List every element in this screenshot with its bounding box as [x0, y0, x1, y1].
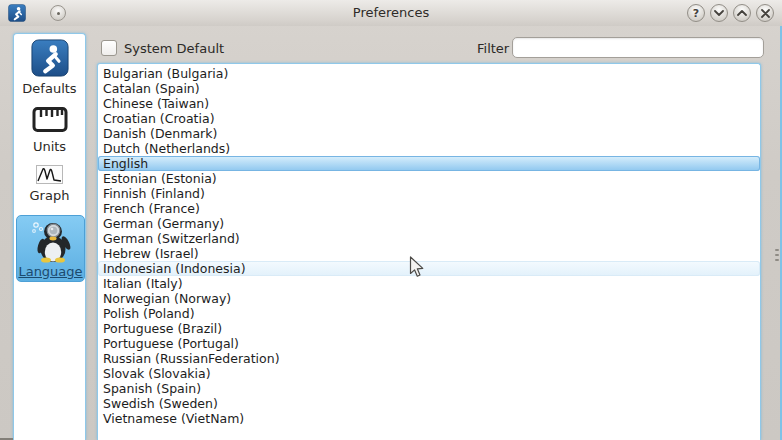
sidebar: Defaults Units Graph: [13, 33, 86, 440]
language-list-item[interactable]: English: [98, 156, 760, 171]
system-default-checkbox[interactable]: [101, 40, 117, 56]
language-list-item[interactable]: Spanish (Spain): [98, 381, 760, 396]
language-list[interactable]: Bulgarian (Bulgaria)Catalan (Spain)Chine…: [97, 63, 761, 440]
language-list-item[interactable]: German (Switzerland): [98, 231, 760, 246]
language-list-item[interactable]: Swedish (Sweden): [98, 396, 760, 411]
language-list-item[interactable]: Finnish (Finland): [98, 186, 760, 201]
help-button[interactable]: ?: [687, 4, 705, 22]
window-title: Preferences: [0, 0, 782, 26]
diver-icon: [31, 39, 69, 77]
sidebar-item-label: Defaults: [22, 81, 76, 96]
language-list-item[interactable]: Bulgarian (Bulgaria): [98, 66, 760, 81]
language-list-item[interactable]: Indonesian (Indonesia): [98, 261, 760, 276]
shade-button[interactable]: [710, 4, 728, 22]
sidebar-item-label: Units: [33, 139, 66, 154]
sidebar-item-language[interactable]: Language: [16, 215, 85, 282]
sidebar-item-graph[interactable]: Graph: [14, 165, 85, 203]
language-list-item[interactable]: Polish (Poland): [98, 306, 760, 321]
filter-label: Filter: [477, 41, 509, 56]
titlebar: Preferences ?: [0, 0, 782, 26]
penguin-icon: [29, 219, 73, 263]
graph-icon: [36, 165, 63, 184]
filter-input[interactable]: [512, 37, 764, 58]
language-list-item[interactable]: Vietnamese (VietNam): [98, 411, 760, 426]
close-button[interactable]: [756, 4, 774, 22]
language-list-item[interactable]: Slovak (Slovakia): [98, 366, 760, 381]
close-icon: [761, 9, 770, 18]
language-list-item[interactable]: Hebrew (Israel): [98, 246, 760, 261]
language-list-item[interactable]: Danish (Denmark): [98, 126, 760, 141]
language-list-item[interactable]: Catalan (Spain): [98, 81, 760, 96]
sidebar-item-units[interactable]: Units: [14, 106, 85, 154]
system-default-label: System Default: [124, 41, 224, 56]
language-list-item[interactable]: Portuguese (Brazil): [98, 321, 760, 336]
language-list-item[interactable]: French (France): [98, 201, 760, 216]
maximize-button[interactable]: [733, 4, 751, 22]
language-list-item[interactable]: Chinese (Taiwan): [98, 96, 760, 111]
sidebar-item-defaults[interactable]: Defaults: [14, 39, 85, 96]
question-mark-icon: ?: [693, 7, 699, 20]
sidebar-item-label: Graph: [30, 188, 70, 203]
titlebar-buttons: ?: [687, 4, 774, 22]
language-list-item[interactable]: Russian (RussianFederation): [98, 351, 760, 366]
language-list-item[interactable]: Croatian (Croatia): [98, 111, 760, 126]
language-list-item[interactable]: Norwegian (Norway): [98, 291, 760, 306]
ruler-icon: [32, 106, 68, 133]
language-list-item[interactable]: German (Germany): [98, 216, 760, 231]
language-list-item[interactable]: Estonian (Estonia): [98, 171, 760, 186]
chevron-down-icon: [714, 10, 724, 16]
sidebar-item-label: Language: [18, 264, 82, 279]
language-list-item[interactable]: Italian (Italy): [98, 276, 760, 291]
splitter-grip[interactable]: [775, 249, 779, 261]
language-list-item[interactable]: Dutch (Netherlands): [98, 141, 760, 156]
chevron-up-icon: [737, 10, 747, 16]
language-list-item[interactable]: Portuguese (Portugal): [98, 336, 760, 351]
